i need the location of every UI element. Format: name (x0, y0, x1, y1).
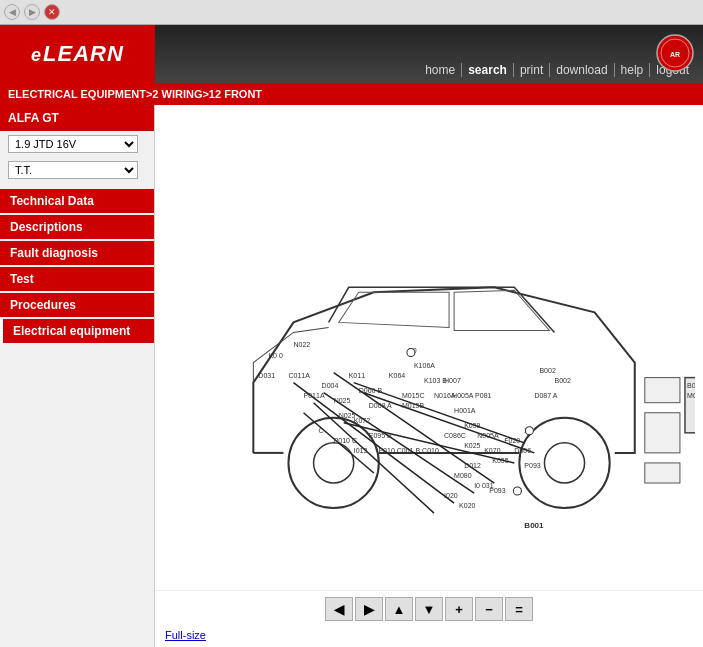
svg-text:I013: I013 (354, 447, 368, 454)
nav-down-button[interactable]: ▼ (415, 597, 443, 621)
nav-buttons-bar: ◀ ▶ ▲ ▼ + − = (155, 590, 703, 627)
svg-text:D006: D006 (514, 447, 531, 454)
svg-text:N025: N025 (334, 397, 351, 404)
svg-text:H007: H007 (444, 377, 461, 384)
header: eLEARN AR home search print download hel… (0, 25, 703, 83)
svg-text:D004: D004 (322, 382, 339, 389)
nav-help[interactable]: help (615, 63, 651, 77)
svg-text:D012: D012 (464, 462, 481, 469)
svg-text:M015B: M015B (402, 402, 425, 409)
svg-text:K106A: K106A (414, 362, 435, 369)
svg-text:AR: AR (670, 51, 680, 58)
svg-text:C086C: C086C (444, 432, 466, 439)
svg-text:P093: P093 (489, 487, 505, 494)
svg-point-70 (513, 487, 521, 495)
sidebar-item-fault-diagnosis[interactable]: Fault diagnosis (0, 241, 154, 265)
sidebar-item-procedures[interactable]: Procedures (0, 293, 154, 317)
nav-area: AR home search print download help logou… (155, 25, 703, 83)
nav-zoom-out-button[interactable]: − (475, 597, 503, 621)
sidebar: ALFA GT 1.9 JTD 16V T.T. Technical Data … (0, 105, 155, 647)
diagram-area: K0 0 D031 N022 C011A P011A D004 N025 N02… (155, 105, 703, 590)
nav-print[interactable]: print (514, 63, 550, 77)
svg-point-6 (314, 443, 354, 483)
svg-text:I020: I020 (444, 492, 458, 499)
logo-area: eLEARN (0, 25, 155, 83)
svg-text:MC01: MC01 (687, 392, 695, 399)
svg-text:K0 0: K0 0 (268, 352, 283, 359)
svg-point-68 (407, 349, 415, 357)
svg-point-4 (544, 443, 584, 483)
close-button[interactable]: ✕ (44, 4, 60, 20)
svg-text:K055: K055 (492, 457, 508, 464)
nav-download[interactable]: download (550, 63, 614, 77)
svg-text:K070: K070 (484, 447, 500, 454)
full-size-link[interactable]: Full-size (155, 627, 703, 647)
sidebar-item-technical-data[interactable]: Technical Data (0, 189, 154, 213)
svg-text:M080: M080 (454, 472, 472, 479)
svg-line-9 (314, 403, 434, 513)
variant-select[interactable]: T.T. (8, 161, 138, 179)
nav-left-button[interactable]: ◀ (325, 597, 353, 621)
top-bar: ◀ ▶ ✕ (0, 0, 703, 25)
svg-text:K072: K072 (354, 417, 370, 424)
svg-text:P011A: P011A (304, 392, 325, 399)
sidebar-item-descriptions[interactable]: Descriptions (0, 215, 154, 239)
svg-text:N022: N022 (293, 342, 310, 349)
nav-home[interactable]: home (419, 63, 462, 77)
svg-rect-63 (645, 413, 680, 453)
nav-links: home search print download help logout (419, 63, 695, 77)
svg-text:B001: B001 (524, 521, 544, 530)
svg-text:K064: K064 (389, 372, 405, 379)
svg-text:K059: K059 (464, 422, 480, 429)
svg-text:P010 C: P010 C (334, 437, 357, 444)
nav-right-button[interactable]: ▶ (355, 597, 383, 621)
svg-text:M015C: M015C (402, 392, 425, 399)
nav-zoom-in-button[interactable]: + (445, 597, 473, 621)
sidebar-menu: Technical Data Descriptions Fault diagno… (0, 189, 154, 343)
svg-text:B002: B002 (687, 382, 695, 389)
svg-rect-64 (645, 463, 680, 483)
sidebar-item-electrical-equipment[interactable]: Electrical equipment (0, 319, 154, 343)
breadcrumb: ELECTRICAL EQUIPMENT>2 WIRING>12 FRONT (0, 83, 703, 105)
svg-text:D031: D031 (258, 372, 275, 379)
svg-point-5 (288, 418, 378, 508)
content-panel: K0 0 D031 N022 C011A P011A D004 N025 N02… (155, 105, 703, 647)
svg-text:F010 C001 B C010: F010 C001 B C010 (379, 447, 439, 454)
back-button[interactable]: ◀ (4, 4, 20, 20)
svg-text:N005A: N005A (477, 432, 499, 439)
nav-search[interactable]: search (462, 63, 514, 77)
wiring-diagram: K0 0 D031 N022 C011A P011A D004 N025 N02… (163, 113, 695, 582)
svg-text:D066 B: D066 B (359, 387, 383, 394)
svg-text:C: C (319, 427, 324, 434)
forward-button[interactable]: ▶ (24, 4, 40, 20)
svg-text:B002: B002 (554, 377, 570, 384)
svg-text:E095 B: E095 B (369, 432, 392, 439)
svg-text:K011: K011 (349, 372, 365, 379)
svg-text:K020: K020 (459, 502, 475, 509)
app-logo: eLEARN (31, 41, 124, 67)
main-content: ALFA GT 1.9 JTD 16V T.T. Technical Data … (0, 105, 703, 647)
alfa-romeo-logo: AR (655, 33, 695, 73)
svg-text:C011A: C011A (288, 372, 310, 379)
svg-text:H001A: H001A (454, 407, 476, 414)
svg-line-12 (344, 423, 515, 463)
svg-rect-62 (645, 378, 680, 403)
sidebar-item-test[interactable]: Test (0, 267, 154, 291)
nav-fit-button[interactable]: = (505, 597, 533, 621)
svg-text:P093: P093 (524, 462, 540, 469)
engine-select[interactable]: 1.9 JTD 16V (8, 135, 138, 153)
svg-text:F020: F020 (504, 437, 520, 444)
model-label: ALFA GT (0, 105, 154, 131)
nav-up-button[interactable]: ▲ (385, 597, 413, 621)
svg-text:D008 A: D008 A (369, 402, 392, 409)
svg-text:H005A P081: H005A P081 (452, 392, 491, 399)
svg-point-69 (525, 427, 533, 435)
svg-text:B002: B002 (539, 367, 555, 374)
svg-text:D087 A: D087 A (534, 392, 557, 399)
svg-text:K025: K025 (464, 442, 480, 449)
